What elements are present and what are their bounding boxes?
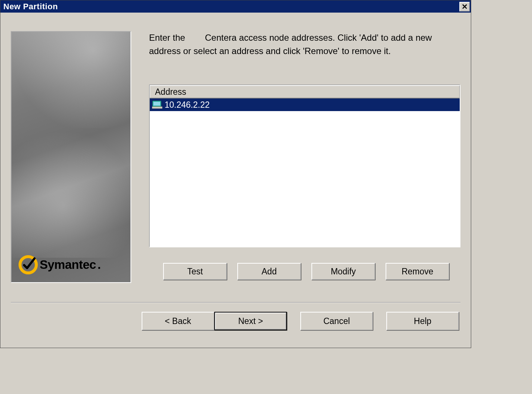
close-button[interactable]: ✕ xyxy=(459,2,470,11)
main-panel: Enter the Centera access node addresses.… xyxy=(149,31,460,283)
checkmark-circle-icon xyxy=(18,255,38,275)
address-listbox[interactable]: Address 10. xyxy=(149,84,460,247)
back-next-group: < Back Next > xyxy=(142,312,287,330)
brand-dot: . xyxy=(98,258,101,272)
brand-logo: Symantec. xyxy=(18,255,101,275)
brand-name: Symantec xyxy=(40,258,96,272)
address-column-label: Address xyxy=(155,87,186,97)
upper-section: Symantec. Enter the Centera access node … xyxy=(11,13,460,283)
svg-rect-4 xyxy=(152,107,162,108)
wizard-nav-buttons: < Back Next > Cancel Help xyxy=(11,312,460,330)
address-value: 10.246.2.22 xyxy=(165,100,210,110)
horizontal-separator xyxy=(11,302,460,303)
list-action-buttons: Test Add Modify Remove xyxy=(149,263,460,280)
next-button[interactable]: Next > xyxy=(214,312,287,330)
nav-spacer xyxy=(287,312,300,330)
svg-rect-3 xyxy=(153,102,160,106)
remove-button[interactable]: Remove xyxy=(386,263,449,280)
add-button[interactable]: Add xyxy=(237,263,301,280)
instruction-text: Enter the Centera access node addresses.… xyxy=(149,31,460,58)
close-icon: ✕ xyxy=(462,2,468,11)
computer-icon xyxy=(152,100,162,109)
titlebar[interactable]: New Partition ✕ xyxy=(0,0,471,13)
cancel-button[interactable]: Cancel xyxy=(300,312,373,330)
back-button[interactable]: < Back xyxy=(142,312,214,330)
address-column-header[interactable]: Address xyxy=(150,85,460,98)
wizard-sidebar-graphic: Symantec. xyxy=(11,31,131,283)
nav-spacer xyxy=(373,312,386,330)
address-list-body[interactable]: 10.246.2.22 xyxy=(150,98,460,247)
test-button[interactable]: Test xyxy=(163,263,227,280)
address-row[interactable]: 10.246.2.22 xyxy=(150,98,460,111)
next-button-label: Next > xyxy=(215,313,286,330)
help-button[interactable]: Help xyxy=(386,312,459,330)
dialog-window: New Partition ✕ Symantec. Enter th xyxy=(0,0,471,348)
modify-button[interactable]: Modify xyxy=(311,263,375,280)
dialog-body: Symantec. Enter the Centera access node … xyxy=(0,13,471,338)
window-title: New Partition xyxy=(3,2,58,11)
